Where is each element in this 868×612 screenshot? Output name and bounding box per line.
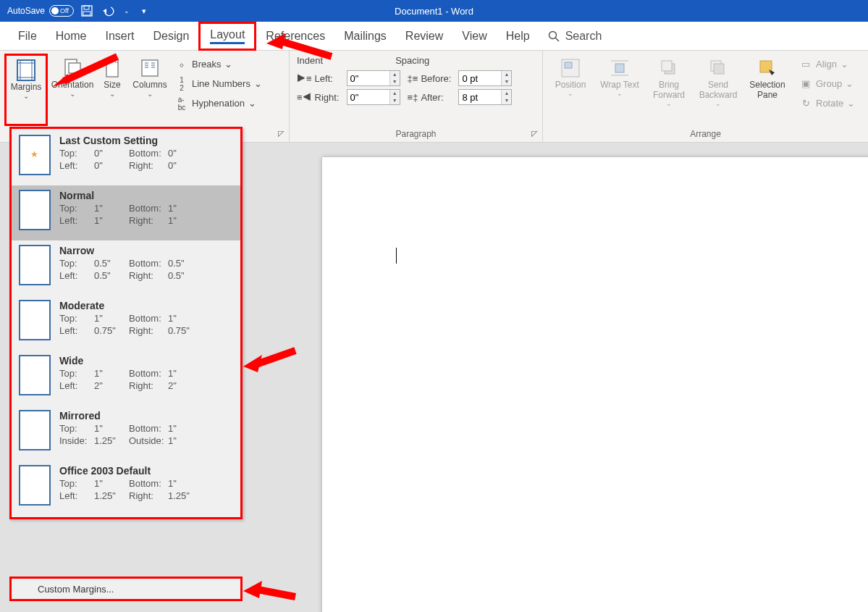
paragraph-dialog-launcher[interactable]: ◸ — [529, 129, 539, 139]
tab-review[interactable]: Review — [396, 22, 452, 51]
qat-customize-icon[interactable]: ▾ — [135, 1, 153, 20]
breaks-icon: ⬦ — [175, 59, 188, 70]
columns-button[interactable]: Columns⌄ — [130, 54, 169, 126]
position-button[interactable]: Position⌄ — [547, 54, 594, 110]
margin-option-normal[interactable]: Normal Top:1" Bottom:1" Left:1" Right:1" — [12, 185, 240, 240]
margin-option-wide[interactable]: Wide Top:1" Bottom:1" Left:2" Right:2" — [12, 351, 240, 406]
send-backward-button[interactable]: Send Backward⌄ — [695, 54, 741, 110]
svg-line-33 — [64, 56, 117, 81]
margin-option-title: Mirrored — [59, 410, 233, 422]
margin-option-moderate[interactable]: Moderate Top:1" Bottom:1" Left:0.75" Rig… — [12, 295, 240, 351]
document-area — [243, 143, 868, 612]
hyphenation-icon: a-bc — [175, 96, 188, 112]
tab-insert[interactable]: Insert — [96, 22, 143, 51]
svg-line-39 — [258, 590, 295, 597]
svg-rect-29 — [714, 64, 724, 74]
document-title: Document1 - Word — [290, 6, 579, 17]
svg-rect-22 — [565, 62, 572, 68]
margins-button[interactable]: Margins⌄ — [4, 54, 48, 126]
rotate-button[interactable]: ↻Rotate⌄ — [796, 94, 858, 112]
svg-line-5 — [555, 38, 559, 41]
search-icon — [548, 30, 560, 42]
indent-right-spinner[interactable]: ▲▼ — [389, 90, 400, 104]
align-icon: ▭ — [799, 59, 812, 70]
margin-option-office-2003-default[interactable]: Office 2003 Default Top:1" Bottom:1" Lef… — [12, 461, 240, 516]
margin-option-title: Wide — [59, 355, 233, 366]
annotation-arrow — [243, 345, 301, 384]
margin-preset-icon — [19, 355, 51, 395]
annotation-arrow — [266, 29, 339, 68]
tab-file[interactable]: File — [9, 22, 46, 51]
spacing-after-icon: ≡‡ — [408, 92, 418, 103]
undo-chevron-icon[interactable]: ⌄ — [122, 1, 131, 20]
autosave-label: AutoSave — [7, 6, 45, 16]
ribbon-tabs: File Home Insert Design Layout Reference… — [0, 22, 868, 51]
paragraph-group-label: Paragraph — [290, 129, 542, 139]
margin-preset-icon — [19, 300, 51, 340]
margin-preset-icon: ★ — [19, 135, 51, 175]
custom-margins-item[interactable]: Custom Margins... — [9, 577, 243, 601]
selection-pane-button[interactable]: Selection Pane — [744, 54, 791, 110]
align-button[interactable]: ▭Align⌄ — [796, 55, 858, 73]
svg-line-35 — [281, 41, 332, 56]
search-button[interactable]: Search — [548, 30, 602, 43]
margin-option-narrow[interactable]: Narrow Top:0.5" Bottom:0.5" Left:0.5" Ri… — [12, 240, 240, 295]
autosave-toggle[interactable]: AutoSave Off — [7, 5, 74, 17]
line-numbers-button[interactable]: 12Line Numbers⌄ — [172, 75, 265, 93]
indent-right-icon: ≡⯇ — [297, 92, 312, 103]
indent-left-icon: ⯈≡ — [297, 73, 312, 84]
spacing-before-spinner[interactable]: ▲▼ — [501, 71, 511, 85]
bring-forward-button[interactable]: Bring Forward⌄ — [646, 54, 692, 110]
svg-point-4 — [549, 31, 556, 38]
tab-layout[interactable]: Layout — [198, 22, 256, 51]
send-backward-icon — [707, 56, 730, 80]
tab-mailings[interactable]: Mailings — [334, 22, 396, 51]
margin-option-mirrored[interactable]: Mirrored Top:1" Bottom:1" Inside:1.25" O… — [12, 406, 240, 461]
indent-left-spinner[interactable]: ▲▼ — [389, 71, 400, 85]
margins-dropdown: ★ Last Custom Setting Top:0" Bottom:0" L… — [9, 127, 243, 519]
bring-forward-icon — [657, 56, 681, 80]
group-icon: ▣ — [799, 78, 812, 89]
tab-design[interactable]: Design — [143, 22, 198, 51]
margin-option-title: Moderate — [59, 300, 233, 311]
breaks-button[interactable]: ⬦Breaks⌄ — [172, 55, 265, 73]
spacing-before-icon: ‡≡ — [408, 73, 418, 84]
annotation-arrow — [243, 577, 301, 608]
group-button[interactable]: ▣Group⌄ — [796, 75, 858, 93]
margin-preset-icon — [19, 245, 51, 285]
wrap-text-button[interactable]: Wrap Text⌄ — [597, 54, 643, 110]
svg-rect-14 — [142, 60, 158, 76]
margin-preset-icon — [19, 465, 51, 506]
tab-view[interactable]: View — [452, 22, 496, 51]
title-bar: AutoSave Off ⌄ ▾ Document1 - Word — [0, 0, 868, 22]
columns-icon — [138, 56, 161, 80]
position-icon — [559, 56, 582, 80]
margins-icon — [14, 59, 38, 82]
undo-button[interactable] — [100, 1, 119, 20]
page-setup-dialog-launcher[interactable]: ◸ — [276, 129, 286, 139]
arrange-group-label: Arrange — [543, 129, 868, 139]
svg-rect-23 — [615, 64, 624, 72]
text-cursor — [396, 248, 397, 264]
margin-preset-icon — [19, 410, 51, 450]
spacing-heading: Spacing — [395, 55, 429, 66]
tab-help[interactable]: Help — [497, 22, 539, 51]
svg-marker-3 — [103, 9, 106, 13]
rotate-icon: ↻ — [799, 98, 812, 109]
hyphenation-button[interactable]: a-bcHyphenation⌄ — [172, 94, 265, 112]
svg-rect-27 — [662, 61, 672, 71]
save-button[interactable] — [77, 1, 96, 20]
line-numbers-icon: 12 — [175, 76, 188, 92]
margin-option-title: Office 2003 Default — [59, 465, 233, 477]
selection-pane-icon — [756, 56, 779, 80]
svg-rect-2 — [83, 12, 90, 15]
tab-home[interactable]: Home — [46, 22, 96, 51]
svg-line-37 — [256, 351, 295, 364]
margin-option-last-custom-setting[interactable]: ★ Last Custom Setting Top:0" Bottom:0" L… — [12, 130, 240, 185]
spacing-after-spinner[interactable]: ▲▼ — [501, 90, 511, 104]
document-page[interactable] — [322, 157, 868, 612]
margin-preset-icon — [19, 190, 51, 230]
margin-option-title: Last Custom Setting — [59, 135, 233, 146]
margin-option-title: Normal — [59, 190, 233, 201]
margin-option-title: Narrow — [59, 245, 233, 256]
